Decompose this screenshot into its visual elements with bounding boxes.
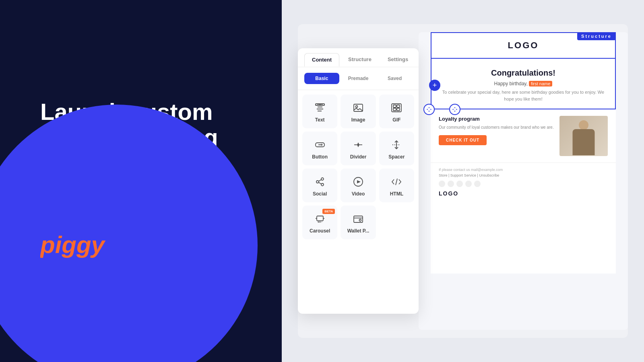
congrats-title: Congratulations! xyxy=(440,68,607,78)
piggy-logo: piggy xyxy=(40,230,258,263)
content-filter: Basic Premade Saved xyxy=(298,67,419,90)
divider-icon xyxy=(352,139,364,151)
svg-text:piggy: piggy xyxy=(40,231,106,258)
content-item-image[interactable]: Image xyxy=(341,95,376,128)
svg-line-20 xyxy=(319,180,321,181)
image-label: Image xyxy=(351,117,365,123)
structure-badge[interactable]: Structure xyxy=(577,32,616,40)
discord-icon xyxy=(474,181,481,187)
svg-marker-23 xyxy=(357,180,361,183)
svg-rect-11 xyxy=(397,108,400,111)
tab-content[interactable]: Content xyxy=(304,53,339,67)
svg-rect-31 xyxy=(354,216,363,222)
tab-structure[interactable]: Structure xyxy=(341,53,379,67)
person-head xyxy=(579,120,588,130)
footer-contact: If please contact us mail@example.com xyxy=(439,168,608,172)
loyalty-section: Loyalty program Our community of loyal c… xyxy=(431,109,616,162)
beta-badge: BETA xyxy=(322,209,335,214)
filter-saved[interactable]: Saved xyxy=(377,73,412,84)
move-handle-center[interactable] xyxy=(449,104,460,115)
congrats-subtitle: Happy birthday, first name xyxy=(440,81,607,86)
carousel-icon xyxy=(314,213,326,225)
wallet-label: Wallet P... xyxy=(347,228,369,234)
button-icon xyxy=(314,139,326,151)
svg-point-6 xyxy=(355,106,357,108)
add-block-button[interactable]: + xyxy=(429,80,440,91)
email-canvas: + LOGO Structure Congratulations! xyxy=(419,32,628,330)
svg-rect-8 xyxy=(393,105,396,107)
social-label: Social xyxy=(313,191,327,197)
editor-mockup: + LOGO Structure Congratulations! xyxy=(298,24,628,338)
email-logo-text: LOGO xyxy=(508,40,539,50)
tab-settings[interactable]: Settings xyxy=(380,53,415,67)
content-item-carousel[interactable]: BETA Carousel xyxy=(302,206,337,239)
congrats-body: To celebrate your special day, here are … xyxy=(440,89,607,102)
loyalty-image xyxy=(559,116,608,156)
video-icon xyxy=(352,176,364,188)
svg-point-28 xyxy=(321,222,322,223)
tiktok-icon xyxy=(465,181,472,187)
content-item-wallet[interactable]: Wallet P... xyxy=(341,206,376,239)
footer-logo: LOGO xyxy=(439,190,608,197)
first-name-highlight: first name xyxy=(529,81,552,86)
video-label: Video xyxy=(352,191,365,197)
instagram-icon xyxy=(448,181,454,187)
svg-point-19 xyxy=(321,183,324,186)
person-figure xyxy=(561,117,606,155)
spacer-icon xyxy=(390,139,402,151)
social-icon xyxy=(314,176,326,188)
divider-label: Divider xyxy=(350,154,367,160)
content-item-divider[interactable]: Divider xyxy=(341,132,376,165)
cta-button[interactable]: CHECK IT OUT xyxy=(439,135,487,145)
content-item-text[interactable]: Text xyxy=(302,95,337,128)
spacer-label: Spacer xyxy=(388,154,405,160)
left-section: Launch custom email marketing campaigns.… xyxy=(0,0,290,362)
person-body xyxy=(573,129,595,155)
youtube-icon xyxy=(456,181,463,187)
svg-line-21 xyxy=(319,183,321,184)
content-item-html[interactable]: HTML xyxy=(379,169,414,202)
html-label: HTML xyxy=(390,191,403,197)
filter-premade[interactable]: Premade xyxy=(341,73,376,84)
gif-label: GIF xyxy=(392,117,400,123)
html-icon xyxy=(390,176,402,188)
svg-rect-25 xyxy=(317,216,323,221)
content-item-gif[interactable]: GIF xyxy=(379,95,414,128)
svg-point-32 xyxy=(359,219,361,221)
right-section: + LOGO Structure Congratulations! xyxy=(282,0,644,362)
content-panel: Content Structure Settings Basic Premade… xyxy=(298,48,419,314)
move-handle-left[interactable] xyxy=(423,104,435,115)
footer-social xyxy=(439,181,608,187)
email-logo-bar: LOGO Structure xyxy=(431,32,616,59)
panel-tabs: Content Structure Settings xyxy=(298,48,419,67)
svg-point-26 xyxy=(318,222,319,223)
carousel-label: Carousel xyxy=(310,228,330,234)
gif-icon xyxy=(390,102,402,114)
text-label: Text xyxy=(315,117,325,123)
svg-point-18 xyxy=(316,181,319,183)
svg-rect-10 xyxy=(393,108,396,111)
email-footer: If please contact us mail@example.com St… xyxy=(431,162,616,202)
svg-point-27 xyxy=(319,222,320,223)
image-icon xyxy=(352,102,364,114)
footer-links: Store | Support Service | Unsubscribe xyxy=(439,173,608,177)
plus-icon: + xyxy=(433,81,437,90)
twitter-icon xyxy=(439,181,445,187)
svg-point-17 xyxy=(321,178,324,180)
svg-line-24 xyxy=(396,179,397,185)
button-label: Button xyxy=(312,154,328,160)
content-item-social[interactable]: Social xyxy=(302,169,337,202)
text-icon xyxy=(314,102,326,114)
email-congrats-section: Congratulations! Happy birthday, first n… xyxy=(431,59,616,109)
wallet-icon xyxy=(352,213,364,225)
email-inner: LOGO Structure Congratulations! Happy bi… xyxy=(431,32,616,274)
content-item-video[interactable]: Video xyxy=(341,169,376,202)
content-grid: Text Image xyxy=(298,90,419,244)
filter-basic[interactable]: Basic xyxy=(304,73,339,84)
svg-rect-9 xyxy=(397,105,400,107)
content-item-spacer[interactable]: Spacer xyxy=(379,132,414,165)
content-item-button[interactable]: Button xyxy=(302,132,337,165)
